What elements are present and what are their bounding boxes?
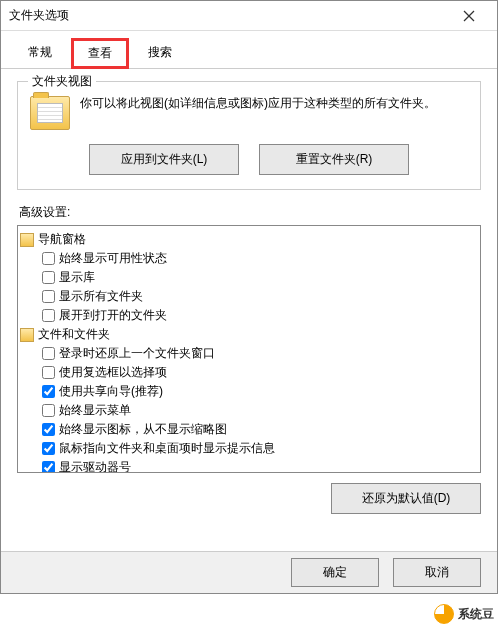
- tree-item-label: 始终显示可用性状态: [59, 250, 167, 267]
- tree-item-label: 使用复选框以选择项: [59, 364, 167, 381]
- watermark-logo-icon: [434, 604, 454, 624]
- tree-item-label: 显示驱动器号: [59, 459, 131, 473]
- watermark: 系统豆: [434, 604, 494, 624]
- tree-item-checkbox[interactable]: [42, 442, 55, 455]
- tree-item-checkbox[interactable]: [42, 461, 55, 473]
- dialog-footer: 确定 取消: [1, 551, 497, 593]
- tree-item-label: 显示所有文件夹: [59, 288, 143, 305]
- tree-item[interactable]: 展开到打开的文件夹: [20, 306, 478, 325]
- tree-item[interactable]: 显示所有文件夹: [20, 287, 478, 306]
- nav-pane-icon: [20, 233, 34, 247]
- tree-item-checkbox[interactable]: [42, 290, 55, 303]
- tab-general[interactable]: 常规: [11, 37, 69, 68]
- titlebar: 文件夹选项: [1, 1, 497, 31]
- apply-to-folders-button[interactable]: 应用到文件夹(L): [89, 144, 239, 175]
- cancel-button[interactable]: 取消: [393, 558, 481, 587]
- tree-item-checkbox[interactable]: [42, 271, 55, 284]
- tree-item[interactable]: 显示驱动器号: [20, 458, 478, 473]
- tree-item-label: 使用共享向导(推荐): [59, 383, 163, 400]
- tree-item-label: 展开到打开的文件夹: [59, 307, 167, 324]
- folder-view-description: 你可以将此视图(如详细信息或图标)应用于这种类型的所有文件夹。: [80, 94, 436, 112]
- advanced-settings-label: 高级设置:: [19, 204, 481, 221]
- close-icon: [463, 10, 475, 22]
- tree-item[interactable]: 始终显示可用性状态: [20, 249, 478, 268]
- tree-item-label: 鼠标指向文件夹和桌面项时显示提示信息: [59, 440, 275, 457]
- folder-view-group: 文件夹视图 你可以将此视图(如详细信息或图标)应用于这种类型的所有文件夹。 应用…: [17, 81, 481, 190]
- watermark-text: 系统豆: [458, 606, 494, 623]
- reset-folders-button[interactable]: 重置文件夹(R): [259, 144, 409, 175]
- tree-group: 导航窗格: [20, 230, 478, 249]
- folder-icon: [30, 96, 70, 130]
- tree-item[interactable]: 显示库: [20, 268, 478, 287]
- tree-item[interactable]: 鼠标指向文件夹和桌面项时显示提示信息: [20, 439, 478, 458]
- tree-group: 文件和文件夹: [20, 325, 478, 344]
- close-button[interactable]: [449, 1, 489, 31]
- tree-item[interactable]: 使用共享向导(推荐): [20, 382, 478, 401]
- tree-item-label: 始终显示图标，从不显示缩略图: [59, 421, 227, 438]
- tree-item[interactable]: 登录时还原上一个文件夹窗口: [20, 344, 478, 363]
- tree-item[interactable]: 始终显示菜单: [20, 401, 478, 420]
- restore-defaults-button[interactable]: 还原为默认值(D): [331, 483, 481, 514]
- tab-view[interactable]: 查看: [71, 38, 129, 69]
- ok-button[interactable]: 确定: [291, 558, 379, 587]
- folder-icon: [20, 328, 34, 342]
- tree-item-checkbox[interactable]: [42, 423, 55, 436]
- tab-search[interactable]: 搜索: [131, 37, 189, 68]
- tree-item-checkbox[interactable]: [42, 366, 55, 379]
- window-title: 文件夹选项: [9, 7, 449, 24]
- advanced-settings-tree[interactable]: 导航窗格始终显示可用性状态显示库显示所有文件夹展开到打开的文件夹文件和文件夹登录…: [17, 225, 481, 473]
- folder-options-window: 文件夹选项 常规 查看 搜索 文件夹视图 你可以将此视图(如详细信息或图标)应用…: [0, 0, 498, 594]
- tree-item-checkbox[interactable]: [42, 347, 55, 360]
- tree-group-label: 导航窗格: [38, 231, 86, 248]
- tree-item-checkbox[interactable]: [42, 385, 55, 398]
- tree-item-label: 始终显示菜单: [59, 402, 131, 419]
- tree-item-checkbox[interactable]: [42, 404, 55, 417]
- tree-group-label: 文件和文件夹: [38, 326, 110, 343]
- tree-item-checkbox[interactable]: [42, 309, 55, 322]
- tree-item[interactable]: 使用复选框以选择项: [20, 363, 478, 382]
- tree-item-checkbox[interactable]: [42, 252, 55, 265]
- tab-strip: 常规 查看 搜索: [1, 31, 497, 69]
- tree-item-label: 显示库: [59, 269, 95, 286]
- tree-item[interactable]: 始终显示图标，从不显示缩略图: [20, 420, 478, 439]
- folder-view-group-title: 文件夹视图: [28, 73, 96, 90]
- tree-item-label: 登录时还原上一个文件夹窗口: [59, 345, 215, 362]
